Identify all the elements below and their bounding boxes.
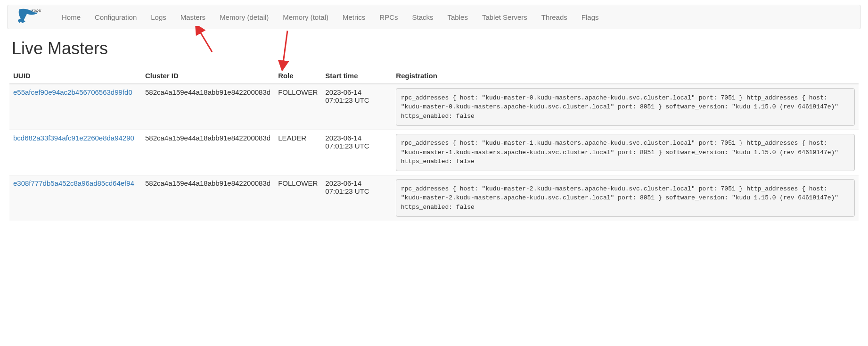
navbar: KUDU Home Configuration Logs Masters Mem… xyxy=(7,5,861,29)
col-header-role: Role xyxy=(274,68,321,84)
nav-tablet-servers[interactable]: Tablet Servers xyxy=(475,6,534,28)
nav-flags[interactable]: Flags xyxy=(574,6,606,28)
nav-home[interactable]: Home xyxy=(55,6,88,28)
col-header-start-time: Start time xyxy=(321,68,392,84)
kudu-logo-icon: KUDU xyxy=(15,6,45,28)
table-row: e55afcef90e94ac2b456706563d99fd0 582ca4a… xyxy=(9,84,859,130)
table-row: bcd682a33f394afc91e2260e8da94290 582ca4a… xyxy=(9,130,859,175)
uuid-link[interactable]: bcd682a33f394afc91e2260e8da94290 xyxy=(13,134,134,142)
col-header-uuid: UUID xyxy=(9,68,141,84)
svg-text:KUDU: KUDU xyxy=(32,9,41,12)
nav-threads[interactable]: Threads xyxy=(534,6,574,28)
start-time-cell: 2023-06-14 07:01:23 UTC xyxy=(321,84,392,130)
registration-pre[interactable]: rpc_addresses { host: "kudu-master-0.kud… xyxy=(396,88,855,126)
uuid-link[interactable]: e55afcef90e94ac2b456706563d99fd0 xyxy=(13,88,132,96)
registration-pre[interactable]: rpc_addresses { host: "kudu-master-2.kud… xyxy=(396,179,855,217)
col-header-registration: Registration xyxy=(392,68,859,84)
role-cell: LEADER xyxy=(274,130,321,175)
registration-pre[interactable]: rpc_addresses { host: "kudu-master-1.kud… xyxy=(396,134,855,172)
masters-table: UUID Cluster ID Role Start time Registra… xyxy=(9,68,859,221)
cluster-id-cell: 582ca4a159e44a18abb91e842200083d xyxy=(141,130,274,175)
page-title: Live Masters xyxy=(12,39,859,58)
nav-metrics[interactable]: Metrics xyxy=(336,6,372,28)
cluster-id-cell: 582ca4a159e44a18abb91e842200083d xyxy=(141,84,274,130)
start-time-cell: 2023-06-14 07:01:23 UTC xyxy=(321,130,392,175)
nav-stacks[interactable]: Stacks xyxy=(405,6,441,28)
role-cell: FOLLOWER xyxy=(274,175,321,221)
brand-logo[interactable]: KUDU xyxy=(15,6,45,28)
role-cell: FOLLOWER xyxy=(274,84,321,130)
nav-list: Home Configuration Logs Masters Memory (… xyxy=(55,6,606,28)
nav-configuration[interactable]: Configuration xyxy=(88,6,144,28)
col-header-cluster-id: Cluster ID xyxy=(141,68,274,84)
nav-memory-detail[interactable]: Memory (detail) xyxy=(213,6,276,28)
uuid-link[interactable]: e308f777db5a452c8a96ad85cd64ef94 xyxy=(13,179,134,187)
nav-masters[interactable]: Masters xyxy=(173,6,213,28)
table-row: e308f777db5a452c8a96ad85cd64ef94 582ca4a… xyxy=(9,175,859,221)
nav-tables[interactable]: Tables xyxy=(441,6,475,28)
nav-logs[interactable]: Logs xyxy=(144,6,173,28)
nav-rpcs[interactable]: RPCs xyxy=(372,6,405,28)
nav-memory-total[interactable]: Memory (total) xyxy=(276,6,336,28)
start-time-cell: 2023-06-14 07:01:23 UTC xyxy=(321,175,392,221)
cluster-id-cell: 582ca4a159e44a18abb91e842200083d xyxy=(141,175,274,221)
